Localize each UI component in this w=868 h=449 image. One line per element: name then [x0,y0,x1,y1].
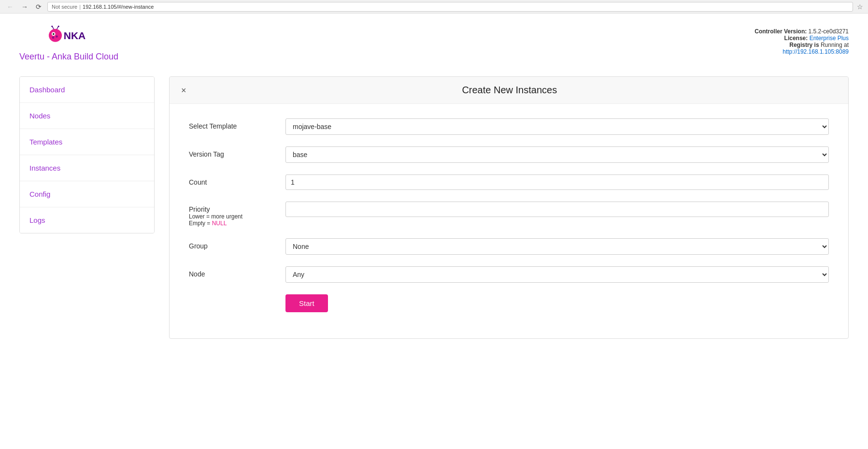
sidebar-item-logs[interactable]: Logs [20,207,154,233]
controller-version-value: 1.5.2-ce0d3271 [809,28,849,35]
app-title: Veertu - Anka Build Cloud [19,52,118,62]
anka-logo: NKA [40,23,98,50]
start-row: Start [189,294,829,312]
svg-line-4 [52,27,54,29]
registry-label: Registry is [789,42,819,48]
count-input[interactable] [285,174,829,190]
registry-status: Running [821,42,842,48]
priority-sub1: Lower = more urgent [189,213,285,220]
svg-point-5 [51,26,53,27]
svg-point-3 [52,37,54,39]
license-value: Enterprise Plus [810,35,849,42]
sidebar-item-instances[interactable]: Instances [20,155,154,181]
forward-button[interactable]: → [19,3,30,11]
priority-label-block: Priority Lower = more urgent Empty = NUL… [189,202,285,227]
main-content: Dashboard Nodes Templates Instances Conf… [0,67,868,348]
registry-url[interactable]: http://192.168.1.105:8089 [783,48,849,55]
registry-at: at [844,42,849,48]
select-template-label: Select Template [189,118,285,130]
group-dropdown[interactable]: None [285,238,829,255]
back-button[interactable]: ← [5,3,15,11]
url-text: 192.168.1.105/#/new-instance [83,4,154,10]
svg-point-9 [52,33,54,35]
sidebar-item-config[interactable]: Config [20,181,154,207]
priority-row: Priority Lower = more urgent Empty = NUL… [189,202,829,227]
node-dropdown[interactable]: Any [285,266,829,283]
not-secure-label: Not secure [52,4,77,10]
sidebar-item-templates[interactable]: Templates [20,129,154,155]
app-header: NKA Veertu - Anka Build Cloud Controller… [0,14,868,67]
count-control [285,174,829,190]
svg-line-6 [57,27,58,29]
reload-button[interactable]: ⟳ [34,3,43,11]
license-label: License: [784,35,808,42]
svg-point-2 [56,35,58,38]
sidebar: Dashboard Nodes Templates Instances Conf… [19,76,155,233]
svg-text:NKA: NKA [63,30,85,41]
close-button[interactable]: × [181,86,186,95]
header-info: Controller Version: 1.5.2-ce0d3271 Licen… [754,23,849,55]
select-template-control: mojave-base [285,118,829,135]
svg-point-0 [49,29,62,42]
select-template-row: Select Template mojave-base [189,118,829,135]
priority-input[interactable] [285,202,829,217]
logo-area: NKA Veertu - Anka Build Cloud [19,23,118,62]
count-label: Count [189,174,285,186]
form-title: Create New Instances [196,85,837,96]
sidebar-item-dashboard[interactable]: Dashboard [20,77,154,103]
priority-null: NULL [212,220,227,227]
group-label: Group [189,238,285,250]
start-control: Start [285,294,829,312]
version-tag-control: base [285,146,829,163]
address-bar[interactable]: Not secure | 192.168.1.105/#/new-instanc… [47,2,853,12]
start-button[interactable]: Start [285,294,328,312]
priority-sub2: Empty = NULL [189,220,285,227]
bookmark-button[interactable]: ☆ [857,3,863,11]
priority-control [285,202,829,217]
browser-chrome: ← → ⟳ Not secure | 192.168.1.105/#/new-i… [0,0,868,14]
version-tag-label: Version Tag [189,146,285,158]
node-label: Node [189,266,285,278]
start-label-spacer [189,294,285,298]
count-row: Count [189,174,829,190]
group-control: None [285,238,829,255]
version-tag-row: Version Tag base [189,146,829,163]
node-control: Any [285,266,829,283]
select-template-dropdown[interactable]: mojave-base [285,118,829,135]
form-body: Select Template mojave-base Version Tag … [170,104,848,338]
sidebar-item-nodes[interactable]: Nodes [20,103,154,129]
priority-label: Priority [189,205,285,213]
group-row: Group None [189,238,829,255]
version-tag-dropdown[interactable]: base [285,146,829,163]
controller-version-label: Controller Version: [754,28,807,35]
node-row: Node Any [189,266,829,283]
svg-point-7 [57,26,59,27]
form-panel: × Create New Instances Select Template m… [169,76,849,339]
form-header: × Create New Instances [170,77,848,104]
